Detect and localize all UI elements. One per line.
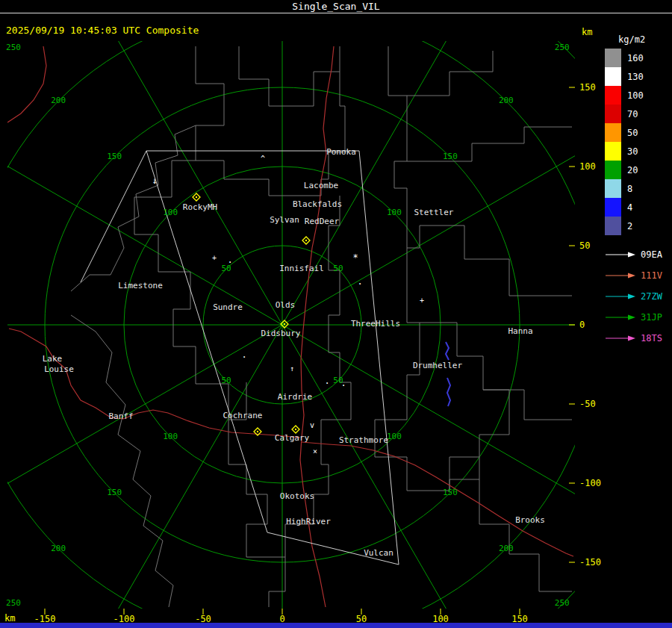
radar-site-dot — [284, 323, 285, 325]
colorbar-entry: 100 — [605, 86, 672, 105]
city-label-airdrie: Airdrie — [278, 392, 312, 402]
station-legend: 09EA111V27ZW31JP18TS — [605, 244, 672, 349]
colorbar-value: 70 — [627, 109, 638, 119]
colorbar: 16013010070503020842 — [605, 49, 672, 235]
colorbar-entry: 130 — [605, 67, 672, 86]
colorbar-swatch — [605, 67, 621, 86]
station-legend-row: 111V — [605, 265, 672, 286]
city-label-brooks: Brooks — [515, 515, 545, 525]
colorbar-swatch — [605, 198, 621, 217]
right-axis-label: 50 — [579, 240, 590, 251]
range-ring-label: 150 — [443, 152, 458, 161]
radar-map-canvas[interactable]: 5050505010010010010015015015015020020020… — [0, 0, 672, 628]
city-label-stettler: Stettler — [414, 208, 454, 217]
range-ring-label: 100 — [387, 432, 402, 441]
city-label-lake: Lake — [43, 354, 63, 364]
municipal-boundary — [71, 315, 173, 607]
station-legend-row: 09EA — [605, 244, 672, 265]
colorbar-value: 50 — [627, 128, 638, 138]
range-ring-label: 100 — [163, 208, 178, 217]
point-marker: + — [212, 254, 217, 262]
city-label-sundre: Sundre — [213, 302, 243, 312]
city-label-reddeer: RedDeer — [305, 217, 340, 226]
city-label-blackfalds: Blackfalds — [293, 199, 342, 209]
city-label-olds: Olds — [276, 300, 296, 310]
station-arrow-icon — [605, 313, 636, 322]
station-id-label: 18TS — [641, 333, 662, 343]
right-axis-label: -50 — [579, 399, 596, 409]
municipal-boundary — [420, 323, 509, 491]
range-ring-label: 150 — [107, 488, 122, 497]
range-ring-label: 250 — [6, 43, 21, 52]
point-marker: ↓ — [152, 175, 157, 186]
colorbar-entry: 160 — [605, 49, 672, 67]
colorbar-entry: 2 — [605, 217, 672, 235]
colorbar-value: 30 — [627, 146, 638, 157]
point-marker: v — [310, 421, 314, 429]
range-ring-label: 100 — [163, 432, 178, 441]
station-arrow-icon — [605, 250, 636, 259]
colorbar-swatch — [605, 49, 621, 67]
precip-echo — [446, 342, 449, 360]
range-ring-250km — [0, 0, 672, 628]
point-marker: × — [313, 447, 317, 456]
point-marker: · — [324, 378, 329, 388]
window-titlebar: Single_Scan_VIL — [0, 0, 672, 13]
right-axis-label: 100 — [579, 161, 596, 172]
colorbar-value: 130 — [627, 72, 644, 82]
range-ring-label: 50 — [333, 264, 343, 273]
range-ring-label: 150 — [443, 488, 458, 497]
colorbar-unit-label: kg/m2 — [618, 34, 672, 45]
map-layers — [0, 0, 672, 628]
range-ring-label: 250 — [6, 598, 21, 608]
range-ring-label: 200 — [51, 96, 66, 105]
colorbar-swatch — [605, 105, 621, 123]
city-label-louise: Louise — [44, 364, 74, 374]
municipal-boundary — [239, 46, 340, 106]
city-label-rockymh: RockyMH — [183, 202, 217, 212]
range-ring-label: 200 — [499, 544, 514, 553]
station-id-label: 31JP — [641, 312, 662, 323]
municipal-boundary — [407, 226, 572, 296]
station-arrow-icon — [605, 334, 636, 343]
city-label-limestone: Limestone — [118, 281, 163, 290]
range-ring-label: 100 — [387, 208, 402, 217]
radar-site-dot — [257, 431, 258, 432]
colorbar-value: 8 — [627, 184, 632, 194]
right-axis-label: -100 — [579, 478, 601, 488]
scan-timestamp: 2025/09/19 10:45:03 UTC Composite — [6, 25, 199, 36]
colorbar-swatch — [605, 161, 621, 179]
precip-echo — [447, 378, 450, 406]
station-legend-row: 27ZW — [605, 286, 672, 307]
highway-line — [9, 329, 300, 438]
city-label-lacombe: Lacombe — [304, 181, 338, 190]
bottom-scrollbar[interactable] — [0, 623, 672, 628]
point-marker: * — [352, 252, 358, 263]
colorbar-swatch — [605, 142, 621, 161]
range-ring-label: 250 — [555, 598, 570, 608]
city-label-banff: Banff — [108, 411, 133, 421]
radar-app-window: Single_Scan_VIL 2025/09/19 10:45:03 UTC … — [0, 0, 672, 628]
colorbar-swatch — [605, 179, 621, 198]
point-marker: ^ — [261, 155, 265, 163]
range-ring-label: 200 — [499, 96, 514, 105]
right-axis-label: 150 — [579, 82, 596, 93]
station-id-label: 111V — [641, 270, 662, 281]
colorbar-swatch — [605, 86, 621, 105]
station-legend-row: 31JP — [605, 307, 672, 328]
colorbar-swatch — [605, 123, 621, 142]
municipal-boundary — [196, 46, 269, 196]
city-label-ponoka: Ponoka — [326, 147, 356, 157]
right-axis-unit-label: km — [582, 27, 592, 37]
window-title: Single_Scan_VIL — [292, 1, 379, 12]
point-marker: · — [340, 380, 346, 391]
bottom-axis-unit-label: km — [4, 613, 15, 624]
radar-site-dot — [295, 429, 296, 430]
colorbar-value: 2 — [627, 221, 632, 231]
municipal-boundary — [269, 557, 285, 607]
radar-site-dot — [196, 196, 197, 198]
colorbar-value: 20 — [627, 165, 638, 175]
range-ring-label: 250 — [555, 43, 570, 52]
range-ring-label: 150 — [107, 152, 122, 161]
point-marker: · — [357, 279, 362, 289]
